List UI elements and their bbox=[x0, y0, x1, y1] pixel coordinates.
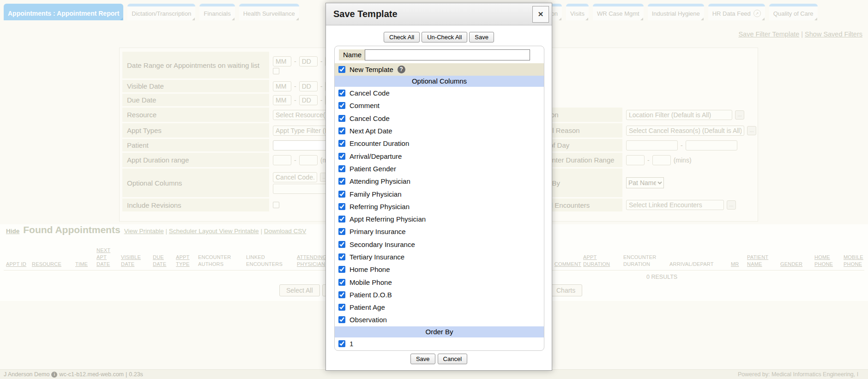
waiting-list-checkbox[interactable] bbox=[273, 68, 279, 74]
column-header[interactable]: NEXT APT DATE bbox=[96, 247, 121, 268]
column-option-checkbox[interactable] bbox=[338, 203, 345, 210]
column-header[interactable]: APPT TYPE bbox=[176, 254, 198, 268]
column-option-row[interactable]: Cancel Code bbox=[335, 87, 544, 99]
encounter-duration-max-input[interactable] bbox=[652, 155, 671, 165]
order-by-select[interactable]: Pat Name bbox=[626, 177, 664, 188]
column-header[interactable]: HOME PHONE bbox=[814, 254, 844, 268]
column-option-checkbox[interactable] bbox=[338, 316, 345, 323]
help-icon[interactable]: ? bbox=[398, 66, 405, 73]
column-option-row[interactable]: Attending Physician bbox=[335, 175, 544, 187]
hide-link[interactable]: Hide bbox=[6, 228, 19, 235]
tab[interactable]: Quality of Care bbox=[769, 4, 818, 20]
column-header[interactable]: TIME bbox=[75, 261, 96, 268]
column-option-row[interactable]: Mobile Phone bbox=[335, 276, 544, 288]
time-of-day-start-input[interactable] bbox=[626, 140, 678, 150]
column-option-row[interactable]: Next Apt Date bbox=[335, 125, 544, 137]
appt-duration-max-input[interactable] bbox=[299, 155, 318, 165]
download-csv-link[interactable]: Download CSV bbox=[264, 228, 307, 235]
charts-button[interactable]: Charts bbox=[549, 284, 582, 296]
date-range-dd-input[interactable] bbox=[299, 56, 318, 66]
visible-date-mm-input[interactable] bbox=[273, 81, 291, 91]
template-name-input[interactable] bbox=[365, 49, 530, 60]
column-option-checkbox[interactable] bbox=[338, 191, 345, 198]
column-option-row[interactable]: Referring Physician bbox=[335, 200, 544, 213]
column-header[interactable]: DUE DATE bbox=[153, 254, 176, 268]
column-option-checkbox[interactable] bbox=[338, 241, 345, 248]
column-header[interactable]: RESOURCE bbox=[32, 261, 75, 268]
order-by-option-row[interactable]: 1 bbox=[335, 337, 544, 350]
cancel-button[interactable]: Cancel bbox=[438, 354, 467, 364]
tab[interactable]: Health Surveillance bbox=[239, 4, 299, 20]
column-header[interactable]: LINKED ENCOUNTERS bbox=[246, 254, 297, 268]
tab[interactable]: Visits bbox=[566, 4, 589, 20]
column-option-checkbox[interactable] bbox=[338, 153, 345, 160]
tab[interactable]: Appointments : Appointment Report bbox=[4, 4, 123, 20]
column-option-checkbox[interactable] bbox=[338, 178, 345, 185]
tab[interactable]: Financials bbox=[199, 4, 235, 20]
close-icon[interactable]: ✕ bbox=[532, 6, 549, 23]
column-header[interactable]: APPT DURATION bbox=[583, 254, 623, 268]
tab[interactable]: Industrial Hygiene bbox=[648, 4, 704, 20]
info-icon[interactable]: i bbox=[51, 372, 57, 378]
column-option-row[interactable]: Primary Insurance bbox=[335, 225, 544, 238]
due-date-dd-input[interactable] bbox=[299, 95, 318, 105]
column-option-row[interactable]: Tertiary Insurance bbox=[335, 251, 544, 263]
column-option-row[interactable]: Encounter Duration bbox=[335, 137, 544, 150]
column-option-checkbox[interactable] bbox=[338, 115, 345, 122]
cancel-reason-input[interactable] bbox=[626, 126, 744, 136]
column-option-row[interactable]: Home Phone bbox=[335, 263, 544, 276]
column-option-checkbox[interactable] bbox=[338, 253, 345, 260]
select-all-button[interactable]: Select All bbox=[279, 284, 320, 296]
column-header[interactable]: PATIENT NAME bbox=[747, 254, 780, 268]
column-option-row[interactable]: Comment bbox=[335, 99, 544, 112]
cancel-reason-more-button[interactable]: ... bbox=[747, 126, 756, 135]
order-by-option-checkbox[interactable] bbox=[338, 340, 345, 347]
linked-encounters-input[interactable] bbox=[626, 200, 724, 210]
column-header[interactable]: APPT ID bbox=[6, 261, 32, 268]
column-option-checkbox[interactable] bbox=[338, 266, 345, 273]
column-header[interactable]: GENDER bbox=[780, 261, 814, 268]
column-header[interactable]: MOBILE PHONE bbox=[844, 254, 868, 268]
date-range-mm-input[interactable] bbox=[273, 56, 291, 66]
uncheck-all-button[interactable]: Un-Check All bbox=[422, 32, 467, 42]
time-of-day-end-input[interactable] bbox=[686, 140, 737, 150]
column-option-checkbox[interactable] bbox=[338, 90, 345, 96]
column-option-checkbox[interactable] bbox=[338, 165, 345, 172]
location-filter-more-button[interactable]: ... bbox=[735, 110, 744, 120]
optional-columns-input[interactable] bbox=[273, 172, 317, 182]
column-option-row[interactable]: Arrival/Departure bbox=[335, 150, 544, 162]
appt-duration-min-input[interactable] bbox=[273, 155, 291, 165]
save-top-button[interactable]: Save bbox=[469, 32, 494, 42]
column-header[interactable]: ENCOUNTER DURATION bbox=[623, 254, 669, 268]
column-option-row[interactable]: Observation bbox=[335, 313, 544, 326]
column-header[interactable]: MR bbox=[731, 261, 747, 268]
scheduler-layout-view-printable-link[interactable]: Scheduler Layout View Printable bbox=[169, 228, 259, 235]
linked-encounters-more-button[interactable]: ... bbox=[727, 200, 736, 210]
column-option-checkbox[interactable] bbox=[338, 127, 345, 134]
tab[interactable]: Dictation/Transcription bbox=[127, 4, 195, 20]
column-option-checkbox[interactable] bbox=[338, 304, 345, 311]
due-date-mm-input[interactable] bbox=[273, 95, 291, 105]
column-option-row[interactable]: Appt Referring Physician bbox=[335, 213, 544, 225]
column-option-checkbox[interactable] bbox=[338, 291, 345, 298]
location-filter-input[interactable] bbox=[626, 110, 732, 120]
encounter-duration-min-input[interactable] bbox=[626, 155, 645, 165]
include-revisions-checkbox[interactable] bbox=[273, 202, 279, 208]
show-saved-filters-link[interactable]: Show Saved Filters bbox=[805, 30, 862, 38]
column-header[interactable]: ENCOUNTER AUTHORS bbox=[198, 254, 246, 268]
column-header[interactable]: ARRIVAL/DEPART bbox=[669, 261, 731, 268]
dialog-header[interactable]: Save Template ✕ bbox=[326, 3, 552, 25]
column-option-checkbox[interactable] bbox=[338, 140, 345, 147]
tab[interactable]: HR Data Feed ↗ bbox=[708, 4, 765, 20]
column-option-checkbox[interactable] bbox=[338, 279, 345, 286]
column-option-row[interactable]: Patient D.O.B bbox=[335, 289, 544, 301]
column-option-row[interactable]: Cancel Code bbox=[335, 112, 544, 125]
column-option-row[interactable]: Patient Age bbox=[335, 301, 544, 313]
column-option-row[interactable]: Secondary Insurance bbox=[335, 238, 544, 251]
column-option-row[interactable]: Patient Gender bbox=[335, 162, 544, 175]
column-option-row[interactable]: Family Physician bbox=[335, 187, 544, 200]
column-option-checkbox[interactable] bbox=[338, 228, 345, 235]
tab[interactable]: WR Case Mgmt bbox=[593, 4, 644, 20]
column-header[interactable]: VISIBLE DATE bbox=[121, 254, 153, 268]
save-filter-template-link[interactable]: Save Filter Template bbox=[738, 30, 799, 38]
